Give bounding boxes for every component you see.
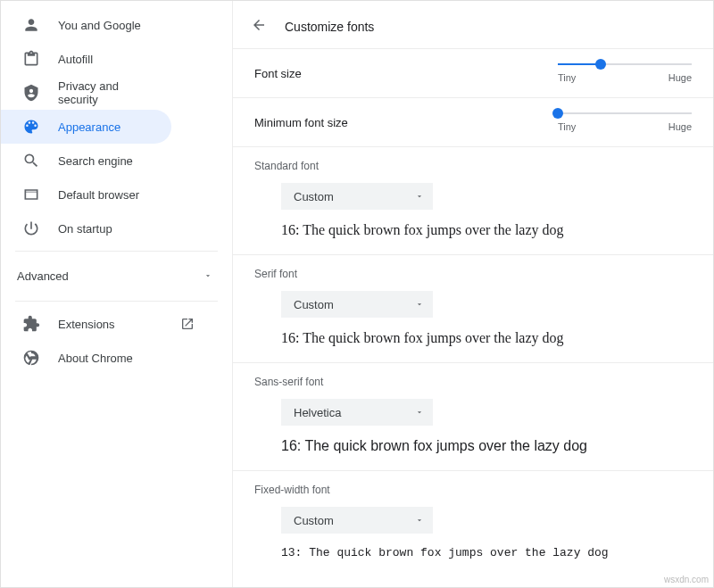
sidebar-item-label: Autofill (58, 53, 155, 66)
sidebar-item-on-startup[interactable]: On startup (1, 211, 171, 245)
sidebar-item-autofill[interactable]: Autofill (1, 42, 171, 76)
chevron-down-icon (415, 190, 424, 203)
sidebar-item-you-and-google[interactable]: You and Google (1, 8, 171, 42)
person-icon (22, 16, 40, 34)
slider-min-label: Tiny (558, 72, 576, 83)
standard-font-label: Standard font (254, 160, 692, 172)
standard-font-preview: 16: The quick brown fox jumps over the l… (281, 222, 692, 238)
page-title: Customize fonts (285, 20, 374, 34)
browser-icon (22, 186, 40, 203)
serif-font-preview: 16: The quick brown fox jumps over the l… (281, 330, 692, 346)
fixed-font-select[interactable]: Custom (281, 507, 433, 534)
sans-font-label: Sans-serif font (254, 376, 692, 388)
extension-icon (22, 315, 40, 333)
chevron-down-icon (203, 269, 212, 283)
sidebar-item-privacy[interactable]: Privacy and security (1, 76, 171, 110)
min-font-size-slider[interactable] (558, 112, 692, 114)
sidebar-item-label: On startup (58, 222, 155, 236)
watermark: wsxdn.com (664, 575, 709, 584)
sidebar-item-label: About Chrome (58, 352, 155, 365)
clipboard-icon (22, 50, 40, 68)
shield-icon (22, 84, 40, 102)
min-font-size-label: Minimum font size (254, 116, 348, 129)
settings-sidebar: You and Google Autofill Privacy and secu… (1, 1, 233, 587)
sidebar-item-search-engine[interactable]: Search engine (1, 144, 171, 178)
divider (15, 251, 218, 252)
chevron-down-icon (415, 298, 424, 311)
divider (15, 301, 218, 302)
search-icon (22, 152, 40, 170)
font-size-label: Font size (254, 67, 302, 80)
sans-font-preview: 16: The quick brown fox jumps over the l… (281, 438, 692, 454)
sidebar-item-default-browser[interactable]: Default browser (1, 178, 171, 211)
select-value: Custom (294, 514, 334, 527)
slider-max-label: Huge (668, 121, 692, 132)
sidebar-item-label: Search engine (58, 154, 155, 168)
page-header: Customize fonts (233, 1, 713, 48)
power-icon (22, 219, 40, 237)
sans-font-select[interactable]: Helvetica (281, 399, 433, 426)
fixed-font-preview: 13: The quick brown fox jumps over the l… (281, 546, 692, 559)
advanced-label: Advanced (17, 269, 69, 283)
serif-font-label: Serif font (254, 268, 692, 280)
slider-max-label: Huge (668, 72, 692, 83)
fixed-font-label: Fixed-width font (254, 484, 692, 496)
back-arrow-icon[interactable] (251, 17, 267, 36)
settings-main: Customize fonts Font size Tiny Huge (233, 1, 713, 587)
open-external-icon (180, 317, 195, 331)
slider-min-label: Tiny (558, 121, 576, 132)
sidebar-item-label: Extensions (58, 318, 162, 331)
sidebar-item-extensions[interactable]: Extensions (1, 307, 211, 341)
sidebar-item-label: You and Google (58, 19, 155, 32)
select-value: Custom (294, 298, 334, 311)
chrome-icon (22, 349, 40, 367)
standard-font-select[interactable]: Custom (281, 183, 433, 210)
select-value: Custom (294, 190, 334, 203)
sidebar-item-about-chrome[interactable]: About Chrome (1, 341, 171, 375)
font-size-slider[interactable] (558, 63, 692, 65)
sidebar-item-label: Appearance (58, 120, 155, 134)
sidebar-item-label: Default browser (58, 188, 155, 202)
chevron-down-icon (415, 406, 424, 419)
serif-font-select[interactable]: Custom (281, 291, 433, 318)
select-value: Helvetica (294, 406, 341, 419)
palette-icon (22, 118, 40, 136)
advanced-toggle[interactable]: Advanced (1, 257, 232, 295)
sidebar-item-label: Privacy and security (58, 79, 155, 106)
sidebar-item-appearance[interactable]: Appearance (1, 110, 171, 144)
chevron-down-icon (415, 514, 424, 527)
